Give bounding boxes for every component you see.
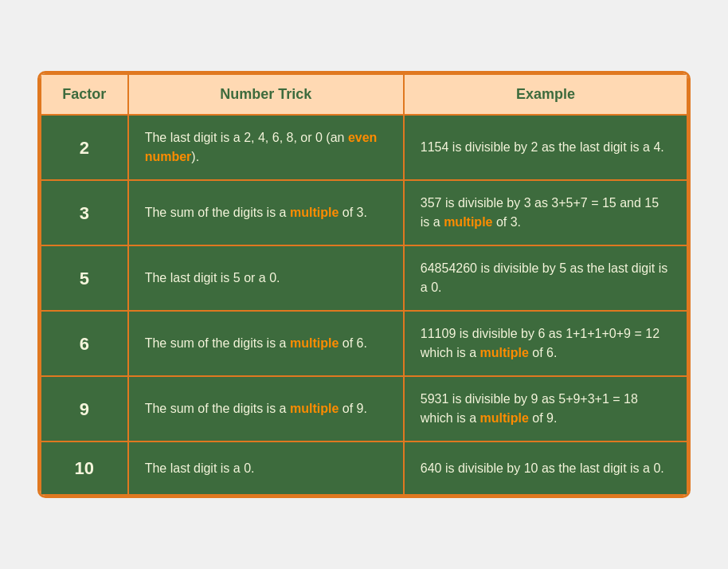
highlight-text: multiple xyxy=(444,215,492,229)
example-cell: 11109 is divisible by 6 as 1+1+1+0+9 = 1… xyxy=(404,311,687,376)
header-example: Example xyxy=(404,74,687,115)
example-cell: 1154 is divisible by 2 as the last digit… xyxy=(404,115,687,180)
example-cell: 5931 is divisible by 9 as 5+9+3+1 = 18 w… xyxy=(404,376,687,441)
highlight-text: multiple xyxy=(480,346,529,359)
table-row: 2The last digit is a 2, 4, 6, 8, or 0 (a… xyxy=(41,115,687,180)
example-cell: 64854260 is divisible by 5 as the last d… xyxy=(404,245,687,311)
factor-cell: 3 xyxy=(41,180,128,245)
highlight-text: multiple xyxy=(480,411,529,425)
table-row: 5The last digit is 5 or a 0.64854260 is … xyxy=(41,245,687,311)
divisibility-table-container: Factor Number Trick Example 2The last di… xyxy=(37,71,691,498)
table-row: 9The sum of the digits is a multiple of … xyxy=(41,376,687,441)
example-cell: 357 is divisible by 3 as 3+5+7 = 15 and … xyxy=(404,180,687,245)
highlight-text: multiple xyxy=(290,206,339,219)
trick-cell: The sum of the digits is a multiple of 9… xyxy=(128,376,404,441)
trick-cell: The last digit is a 2, 4, 6, 8, or 0 (an… xyxy=(128,115,404,180)
factor-cell: 5 xyxy=(41,245,128,311)
table-row: 3The sum of the digits is a multiple of … xyxy=(41,180,687,245)
header-number-trick: Number Trick xyxy=(128,74,404,115)
trick-cell: The sum of the digits is a multiple of 6… xyxy=(128,311,404,376)
table-header-row: Factor Number Trick Example xyxy=(41,74,687,115)
trick-cell: The last digit is a 0. xyxy=(128,441,404,495)
divisibility-table: Factor Number Trick Example 2The last di… xyxy=(40,73,688,496)
factor-cell: 2 xyxy=(41,115,128,180)
highlight-text: multiple xyxy=(290,336,339,350)
highlight-text: even number xyxy=(145,131,378,163)
highlight-text: multiple xyxy=(290,402,339,415)
table-row: 10The last digit is a 0.640 is divisible… xyxy=(41,441,687,495)
factor-cell: 10 xyxy=(41,441,128,495)
trick-cell: The sum of the digits is a multiple of 3… xyxy=(128,180,404,245)
factor-cell: 9 xyxy=(41,376,128,441)
header-factor: Factor xyxy=(41,74,128,115)
example-cell: 640 is divisible by 10 as the last digit… xyxy=(404,441,687,495)
factor-cell: 6 xyxy=(41,311,128,376)
table-row: 6The sum of the digits is a multiple of … xyxy=(41,311,687,376)
trick-cell: The last digit is 5 or a 0. xyxy=(128,245,404,311)
